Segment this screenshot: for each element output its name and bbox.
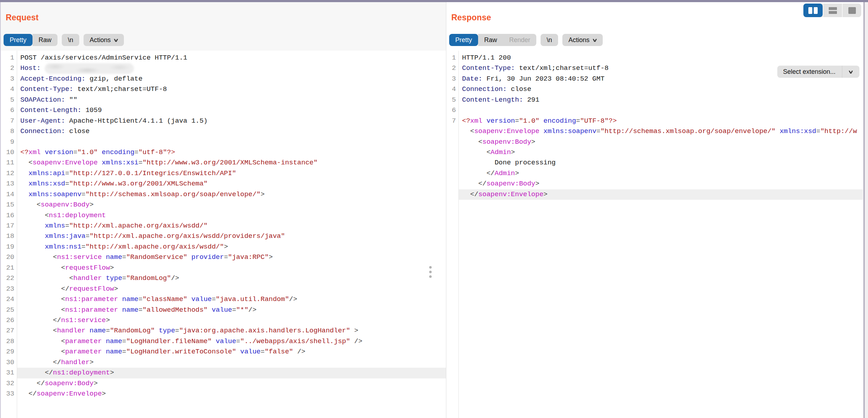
response-tab-pretty[interactable]: Pretty (449, 34, 478, 46)
code-line: 3Accept-Encoding: gzip, deflate (1, 74, 446, 84)
code-line: 8Connection: close (1, 126, 446, 137)
code-line: 28 <parameter name="LogHandler.fileName"… (1, 336, 446, 347)
response-tab-raw[interactable]: Raw (478, 34, 503, 46)
line-number: 17 (1, 221, 17, 231)
line-number: 10 (1, 147, 17, 158)
single-layout-icon (848, 7, 856, 14)
line-number: 32 (1, 378, 17, 389)
code-line: <Admin> (446, 147, 863, 158)
request-actions-button[interactable]: Actions ∨ (84, 34, 124, 46)
code-line: 11 <soapenv:Envelope xmlns:xsi="http://w… (1, 158, 446, 168)
code-line: </soapenv:Envelope> (446, 189, 863, 200)
line-number: 25 (1, 305, 17, 315)
line-number (446, 158, 459, 168)
code-line: 6Content-Length: 1059 (1, 105, 446, 116)
line-number: 28 (1, 336, 17, 347)
line-number (446, 189, 459, 200)
single-view-button[interactable] (842, 4, 861, 17)
request-actions-label: Actions (90, 36, 111, 44)
line-number: 14 (1, 189, 17, 200)
code-line: 24 <ns1:parameter name="className" value… (1, 294, 446, 305)
line-number (446, 179, 459, 189)
response-actions-button[interactable]: Actions ∨ (562, 34, 603, 46)
request-tabs: Pretty Raw \n Actions ∨ (4, 34, 443, 46)
request-tab-group: Pretty Raw (4, 34, 57, 46)
line-number: 16 (1, 210, 17, 221)
line-number: 23 (1, 284, 17, 294)
code-line: 9 (1, 137, 446, 147)
line-number: 15 (1, 200, 17, 210)
code-line: 31 </ns1:deployment> (1, 368, 446, 378)
code-line: 30 </handler> (1, 357, 446, 368)
columns-layout-icon (808, 7, 818, 14)
response-header: Response Pretty Raw Render \n Actions ∨ … (446, 2, 863, 51)
code-line: 7User-Agent: Apache-HttpClient/4.1.1 (ja… (1, 116, 446, 126)
code-line: 14 xmlns:soapenv="http://schemas.xmlsoap… (1, 189, 446, 200)
code-line: </Admin> (446, 168, 863, 179)
code-line: 23 </requestFlow> (1, 284, 446, 294)
response-tab-render[interactable]: Render (503, 34, 536, 46)
splitter-dot-icon (429, 275, 432, 278)
code-line: 18 xmlns:java="http://xml.apache.org/axi… (1, 231, 446, 241)
code-line: 3Date: Fri, 30 Jun 2023 08:40:52 GMT (446, 74, 863, 84)
line-number: 2 (1, 63, 17, 73)
response-title: Response (446, 2, 863, 22)
code-line: 21 <requestFlow> (1, 263, 446, 273)
request-tab-raw[interactable]: Raw (32, 34, 57, 46)
request-panel: Request Pretty Raw \n Actions ∨ 1POST /a… (1, 2, 446, 418)
code-line: </soapenv:Body> (446, 179, 863, 189)
code-line: 1POST /axis/services/AdminService HTTP/1… (1, 53, 446, 63)
response-tab-newline[interactable]: \n (541, 34, 558, 46)
line-number: 5 (446, 95, 459, 105)
splitter-dot-icon (429, 271, 432, 273)
line-number: 5 (1, 95, 17, 105)
chevron-down-icon: ∨ (113, 37, 119, 43)
columns-view-button[interactable] (803, 4, 823, 17)
line-number: 1 (1, 53, 17, 63)
line-number (446, 168, 459, 179)
line-number: 6 (1, 105, 17, 116)
line-number: 3 (446, 74, 459, 84)
window-top-edge (0, 0, 868, 2)
line-number: 3 (1, 74, 17, 84)
code-line: 17 xmlns="http://xml.apache.org/axis/wsd… (1, 221, 446, 231)
code-line: 27 <handler name="RandomLog" type="java:… (1, 326, 446, 336)
code-line: <soapenv:Body> (446, 137, 863, 147)
request-tab-pretty[interactable]: Pretty (4, 34, 32, 46)
code-line: 1HTTP/1.1 200 (446, 53, 863, 63)
code-line: 29 <parameter name="LogHandler.writeToCo… (1, 347, 446, 357)
response-viewer[interactable]: 1HTTP/1.1 2002Content-Type: text/xml;cha… (446, 51, 863, 418)
code-line: 4Connection: close (446, 84, 863, 95)
redacted-value (45, 63, 134, 74)
line-number (446, 126, 459, 137)
code-line: 19 xmlns:ns1="http://xml.apache.org/axis… (1, 242, 446, 252)
code-line: 12 xmlns:api="http://127.0.0.1/Integrics… (1, 168, 446, 179)
code-line: 22 <handler type="RandomLog"/> (1, 273, 446, 284)
line-number: 12 (1, 168, 17, 179)
line-number: 31 (1, 368, 17, 378)
line-number: 8 (1, 126, 17, 137)
pane-splitter-handle[interactable] (429, 266, 432, 278)
code-line: 4Content-Type: text/xml;charset=UTF-8 (1, 84, 446, 95)
code-line: 25 <ns1:parameter name="allowedMethods" … (1, 305, 446, 315)
code-line: 5SOAPAction: "" (1, 95, 446, 105)
splitter-dot-icon (429, 266, 432, 269)
code-line: 7<?xml version="1.0" encoding="UTF-8"?> (446, 116, 863, 126)
code-line: 20 <ns1:service name="RandomService" pro… (1, 252, 446, 262)
gutter-divider (17, 51, 17, 418)
code-line: 26 </ns1:service> (1, 315, 446, 326)
code-line: 33 </soapenv:Envelope> (1, 389, 446, 399)
line-number: 18 (1, 231, 17, 241)
line-number (446, 147, 459, 158)
code-line: 15 <soapenv:Body> (1, 200, 446, 210)
request-tab-newline[interactable]: \n (62, 34, 79, 46)
scrollbar-track[interactable] (865, 0, 868, 418)
line-number: 1 (446, 53, 459, 63)
line-number: 9 (1, 137, 17, 147)
line-number: 19 (1, 242, 17, 252)
line-number: 6 (446, 105, 459, 116)
line-number: 29 (1, 347, 17, 357)
code-line: 32 </soapenv:Body> (1, 378, 446, 389)
request-editor[interactable]: 1POST /axis/services/AdminService HTTP/1… (1, 51, 446, 418)
rows-view-button[interactable] (823, 4, 842, 17)
